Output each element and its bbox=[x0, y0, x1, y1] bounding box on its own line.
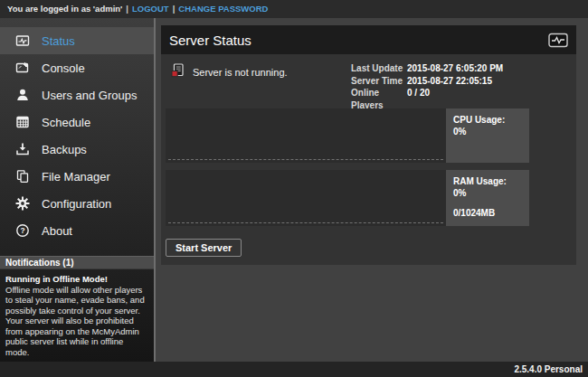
change-password-link[interactable]: CHANGE PASSWORD bbox=[178, 4, 268, 14]
sidebar-item-users[interactable]: Users and Groups bbox=[0, 81, 154, 108]
info-label: Online Players bbox=[351, 87, 407, 111]
notification-title: Running in Offline Mode! bbox=[5, 274, 148, 285]
chart-icon bbox=[548, 33, 568, 48]
graph-zero-line bbox=[168, 159, 443, 160]
question-icon: ? bbox=[15, 223, 30, 238]
panel-header: Server Status bbox=[161, 25, 576, 54]
status-row: Server is not running. Last Update 2015-… bbox=[161, 61, 576, 108]
file-manager-icon bbox=[15, 169, 30, 184]
graph-zero-line bbox=[168, 222, 443, 223]
cpu-usage-info: CPU Usage: 0% bbox=[446, 108, 529, 163]
info-value: 2015-08-27 22:05:15 bbox=[407, 75, 503, 88]
users-icon bbox=[15, 88, 30, 102]
sidebar-item-label: Console bbox=[42, 61, 85, 75]
info-value: 0 / 20 bbox=[407, 87, 503, 111]
sidebar-item-status[interactable]: Status bbox=[0, 27, 154, 54]
sidebar-item-configuration[interactable]: Configuration bbox=[0, 190, 154, 217]
server-status-message: Server is not running. bbox=[193, 67, 288, 78]
cpu-usage-label: CPU Usage: bbox=[453, 114, 522, 126]
ram-usage-graph bbox=[166, 170, 446, 226]
panel-body: Server is not running. Last Update 2015-… bbox=[161, 54, 576, 257]
sidebar-item-label: Schedule bbox=[42, 116, 90, 129]
notifications-panel: Notifications (1) Running in Offline Mod… bbox=[0, 256, 154, 362]
sidebar-item-label: Users and Groups bbox=[42, 89, 138, 102]
start-server-button[interactable]: Start Server bbox=[166, 239, 242, 257]
sidebar-nav: Status Console Users and Groups Schedule bbox=[0, 18, 154, 244]
server-status-message-wrap: Server is not running. bbox=[170, 63, 288, 81]
schedule-icon bbox=[15, 115, 30, 129]
version-label: 2.5.4.0 Personal bbox=[514, 364, 583, 374]
server-info-table: Last Update 2015-08-27 6:05:20 PM Server… bbox=[351, 62, 503, 111]
sidebar-item-backups[interactable]: Backups bbox=[0, 136, 154, 163]
sidebar-item-label: About bbox=[42, 224, 72, 238]
cpu-usage-row: CPU Usage: 0% bbox=[166, 108, 576, 163]
sidebar-item-label: Backups bbox=[42, 143, 87, 156]
separator: | bbox=[173, 4, 175, 14]
button-row: Start Server bbox=[166, 239, 576, 257]
notification-item: Running in Offline Mode! Offline mode wi… bbox=[0, 269, 154, 362]
ram-usage-label: RAM Usage: bbox=[453, 175, 522, 187]
sidebar-item-console[interactable]: Console bbox=[0, 54, 154, 81]
console-icon bbox=[15, 61, 30, 75]
ram-usage-row: RAM Usage: 0% 0/1024MB bbox=[166, 170, 576, 226]
sidebar-item-about[interactable]: ? About bbox=[0, 217, 154, 244]
separator: | bbox=[126, 4, 128, 14]
sidebar: Status Console Users and Groups Schedule bbox=[0, 18, 154, 362]
backups-icon bbox=[15, 142, 30, 156]
status-icon bbox=[15, 33, 30, 48]
sidebar-item-label: Status bbox=[42, 34, 75, 48]
logged-in-text: You are logged in as 'admin' bbox=[7, 4, 122, 14]
top-bar: You are logged in as 'admin'|LOGOUT|CHAN… bbox=[0, 0, 588, 18]
info-value: 2015-08-27 6:05:20 PM bbox=[407, 62, 503, 75]
page-title: Server Status bbox=[169, 33, 548, 48]
info-label: Server Time bbox=[351, 75, 407, 88]
notifications-header: Notifications (1) bbox=[0, 256, 154, 269]
sidebar-item-label: Configuration bbox=[42, 197, 111, 211]
main-content: Server Status Server is not running. Las… bbox=[154, 18, 588, 362]
sidebar-item-file-manager[interactable]: File Manager bbox=[0, 163, 154, 190]
info-label: Last Update bbox=[351, 62, 407, 75]
gear-icon bbox=[15, 196, 30, 211]
sidebar-item-label: File Manager bbox=[42, 170, 110, 184]
ram-usage-detail: 0/1024MB bbox=[453, 207, 522, 219]
notification-text: Offline mode will allow other players to… bbox=[5, 285, 148, 358]
cpu-usage-value: 0% bbox=[453, 126, 522, 137]
cpu-usage-graph bbox=[166, 108, 446, 163]
sidebar-item-schedule[interactable]: Schedule bbox=[0, 108, 154, 136]
server-status-panel: Server Status Server is not running. Las… bbox=[161, 25, 576, 265]
footer: 2.5.4.0 Personal bbox=[0, 362, 588, 377]
logout-link[interactable]: LOGOUT bbox=[132, 4, 169, 14]
svg-text:?: ? bbox=[20, 226, 24, 235]
server-stopped-icon bbox=[170, 63, 185, 81]
ram-usage-value: 0% bbox=[453, 187, 522, 199]
ram-usage-info: RAM Usage: 0% 0/1024MB bbox=[446, 170, 529, 226]
